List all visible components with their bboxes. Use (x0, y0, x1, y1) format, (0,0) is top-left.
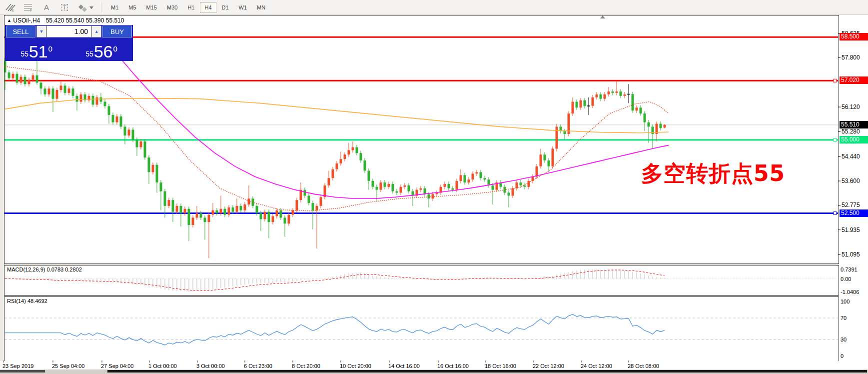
date-label: 16 Oct 16:00 (437, 363, 469, 369)
candle-body (16, 74, 18, 83)
candle-body (24, 77, 26, 84)
candle-body (472, 174, 474, 180)
line-handle (834, 212, 837, 215)
candle-body (584, 100, 586, 106)
symbol-marker-icon: ▲ (7, 18, 11, 23)
candle-body (20, 77, 22, 83)
candle-body (236, 206, 238, 212)
candle-body (400, 187, 402, 193)
candle-body (220, 209, 222, 214)
candle-body (188, 209, 190, 225)
date-label: 3 Oct 00:00 (196, 363, 225, 369)
candle-body (224, 209, 226, 215)
candle-body (72, 88, 74, 96)
candle-body (32, 76, 34, 80)
candle-body (644, 114, 646, 122)
candle-body (356, 147, 358, 153)
candle-body (340, 159, 342, 164)
candle-body (108, 106, 110, 115)
candle-body (8, 72, 10, 78)
buy-button[interactable]: BUY (102, 26, 132, 38)
candle-body (92, 96, 94, 105)
candle-body (144, 142, 146, 158)
candle-body (192, 218, 194, 225)
candle-body (172, 200, 174, 212)
candle-body (184, 209, 186, 214)
candle-body (420, 188, 422, 190)
date-label: 23 Sep 2019 (2, 363, 33, 369)
ask-price-tile[interactable]: 55 56 0 (70, 38, 133, 61)
candle-body (116, 116, 118, 122)
scrollbar-thumb[interactable] (107, 370, 867, 372)
candle-body (128, 130, 130, 136)
sell-button[interactable]: SELL (6, 26, 35, 38)
candle-body (552, 148, 554, 166)
price-badge: 52.500 (840, 210, 868, 217)
candle-body (632, 94, 634, 110)
candle-body (548, 160, 550, 166)
candle-body (580, 100, 582, 108)
volume-increase-button[interactable]: ▲ (91, 26, 101, 38)
candle-body (464, 175, 466, 182)
candle-body (428, 194, 430, 198)
price-shift-marker-icon (600, 16, 605, 18)
candle-body (132, 130, 134, 140)
candle-body (468, 180, 470, 182)
candle-body (124, 126, 126, 136)
price-tick-label: 51.095 (842, 251, 860, 258)
ask-point: 0 (113, 44, 117, 53)
candle-body (424, 188, 426, 194)
candle-body (312, 203, 314, 210)
rsi-scale-label: 100 (841, 298, 850, 304)
candle-body (44, 88, 46, 94)
candle-body (120, 116, 122, 127)
ask-pips: 56 (94, 43, 113, 60)
candle-body (388, 184, 390, 187)
candle-body (240, 206, 242, 210)
bid-price-tile[interactable]: 55 51 0 (5, 38, 68, 61)
candle-body (348, 150, 350, 154)
rsi-line (5, 314, 665, 345)
price-tick-label: 57.800 (842, 54, 860, 61)
candle-body (564, 131, 566, 134)
candle-body (332, 169, 334, 178)
chart-annotation-text[interactable]: 多空转折点55 (641, 159, 785, 188)
candle-body (260, 214, 262, 220)
candle-body (364, 160, 366, 171)
candle-body (64, 86, 66, 93)
candle-body (460, 175, 462, 181)
volume-decrease-button[interactable]: ▼ (36, 26, 46, 38)
candle-body (12, 74, 14, 78)
candle-body (28, 80, 30, 84)
candle-body (572, 102, 574, 113)
macd-label: MACD(12,26,9) 0.0783 0.2802 (7, 266, 82, 272)
candle-body (272, 216, 274, 222)
candle-body (288, 214, 290, 224)
candle-body (492, 186, 494, 190)
candle-body (636, 108, 638, 110)
candle-body (80, 94, 82, 102)
candle-body (328, 178, 330, 186)
candle-body (392, 184, 394, 192)
candle-body (56, 90, 58, 99)
price-tick-label: 56.120 (842, 104, 860, 110)
scrollbar-left-segment[interactable] (0, 370, 45, 372)
candle-body (68, 88, 70, 93)
candle-body (544, 154, 546, 160)
candle-body (100, 98, 102, 102)
candle-body (396, 192, 398, 193)
line-handle (834, 138, 837, 142)
volume-input[interactable] (46, 26, 91, 38)
date-label: 8 Oct 20:00 (292, 363, 320, 369)
candle-body (60, 86, 62, 90)
candle-body (164, 192, 166, 206)
candle-body (512, 188, 514, 196)
rsi-scale-label: 70 (841, 315, 847, 321)
price-tick-label: 51.935 (842, 226, 860, 234)
candle-body (404, 186, 406, 187)
candle-body (76, 96, 78, 102)
candle-body (524, 186, 526, 187)
candle-body (208, 214, 210, 222)
macd-scale-label: 0.00 (841, 276, 851, 282)
candle-body (508, 192, 510, 196)
